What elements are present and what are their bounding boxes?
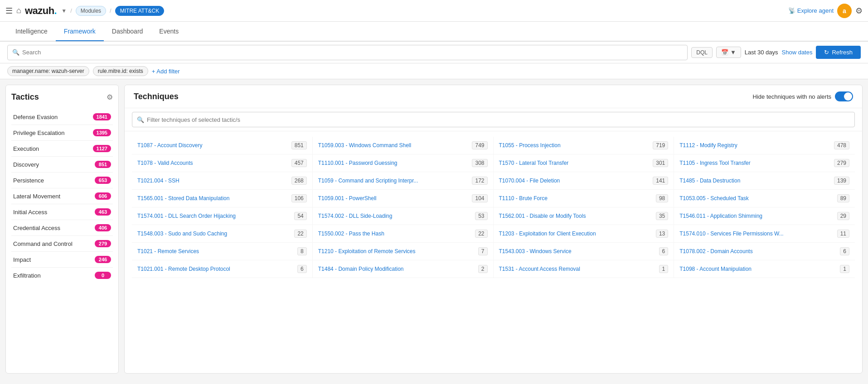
gear-icon[interactable]: ⚙ — [107, 93, 113, 101]
tech-cell-T1087[interactable]: T1087 - Account Discovery 851 — [132, 137, 313, 154]
tech-cell-T1574.010[interactable]: T1574.010 - Services File Permissions W.… — [674, 225, 855, 242]
home-icon[interactable]: ⌂ — [16, 6, 21, 15]
tech-cell-T1098[interactable]: T1098 - Account Manipulation 1 — [674, 260, 855, 278]
menu-icon[interactable]: ☰ — [5, 6, 13, 16]
tech-cell-T1210[interactable]: T1210 - Exploitation of Remote Services … — [313, 243, 494, 260]
sidebar-title: Tactics — [11, 92, 39, 102]
tech-row-6: T1021 - Remote Services 8 T1210 - Exploi… — [132, 243, 855, 260]
chevron-down-icon[interactable]: ▼ — [61, 8, 67, 14]
tech-cell-T1078[interactable]: T1078 - Valid Accounts 457 — [132, 154, 313, 172]
tech-cell-T1070.004[interactable]: T1070.004 - File Deletion 141 — [494, 172, 674, 189]
refresh-button[interactable]: ↻ Refresh — [816, 46, 861, 59]
tech-row-4: T1574.001 - DLL Search Order Hijacking 5… — [132, 207, 855, 225]
tech-cell-T1112[interactable]: T1112 - Modify Registry 478 — [674, 137, 855, 154]
sidebar-item-persistence[interactable]: Persistence 653 — [11, 173, 113, 188]
sidebar-item-privilege-escalation[interactable]: Privilege Escalation 1395 — [11, 125, 113, 141]
sidebar-item-command-and-control[interactable]: Command and Control 279 — [11, 236, 113, 252]
tech-row-2: T1021.004 - SSH 268 T1059 - Command and … — [132, 172, 855, 190]
tech-cell-T1565.001[interactable]: T1565.001 - Stored Data Manipulation 106 — [132, 190, 313, 207]
tech-row-0: T1087 - Account Discovery 851 T1059.003 … — [132, 137, 855, 154]
tactic-list: Defense Evasion 1841 Privilege Escalatio… — [11, 109, 113, 283]
sidebar-item-defense-evasion[interactable]: Defense Evasion 1841 — [11, 109, 113, 125]
tech-cell-T1570[interactable]: T1570 - Lateral Tool Transfer 301 — [494, 154, 674, 172]
tab-dashboard[interactable]: Dashboard — [104, 22, 151, 41]
tech-row-7: T1021.001 - Remote Desktop Protocol 6 T1… — [132, 260, 855, 278]
tech-row-5: T1548.003 - Sudo and Sudo Caching 22 T15… — [132, 225, 855, 243]
tab-framework[interactable]: Framework — [56, 22, 104, 41]
content-panel: Techniques Hide techniques with no alert… — [124, 85, 863, 374]
hide-toggle-area: Hide techniques with no alerts — [753, 91, 853, 101]
tech-cell-T1562.001[interactable]: T1562.001 - Disable or Modify Tools 35 — [494, 207, 674, 225]
tech-cell-T1543.003[interactable]: T1543.003 - Windows Service 6 — [494, 243, 674, 260]
technique-search-input[interactable] — [147, 116, 850, 123]
tech-cell-T1484[interactable]: T1484 - Domain Policy Modification 2 — [313, 260, 494, 278]
sidebar-item-credential-access[interactable]: Credential Access 406 — [11, 220, 113, 236]
hide-toggle-label: Hide techniques with no alerts — [753, 93, 831, 100]
technique-search-wrap[interactable]: 🔍 — [132, 112, 855, 127]
search-bar: 🔍 DQL 📅 ▼ Last 30 days Show dates ↻ Refr… — [0, 42, 868, 63]
search-input[interactable] — [22, 49, 683, 56]
filter-pill-mitre[interactable]: rule.mitre.id: exists — [93, 66, 148, 76]
refresh-icon: ↻ — [824, 49, 829, 56]
dql-button[interactable]: DQL — [691, 47, 713, 58]
breadcrumb-mitre[interactable]: MITRE ATT&CK — [115, 6, 164, 16]
tech-cell-T1021.001[interactable]: T1021.001 - Remote Desktop Protocol 6 — [132, 260, 313, 278]
show-dates-button[interactable]: Show dates — [782, 49, 813, 56]
technique-search-bar: 🔍 — [125, 108, 862, 131]
tech-cell-T1531[interactable]: T1531 - Account Access Removal 1 — [494, 260, 674, 278]
logo: wazuh. — [25, 5, 57, 17]
tech-cell-T1105[interactable]: T1105 - Ingress Tool Transfer 279 — [674, 154, 855, 172]
tech-cell-T1021[interactable]: T1021 - Remote Services 8 — [132, 243, 313, 260]
calendar-chevron: ▼ — [730, 49, 736, 56]
tech-rows-container: T1087 - Account Discovery 851 T1059.003 … — [132, 137, 855, 278]
tab-events[interactable]: Events — [151, 22, 187, 41]
tech-cell-T1059[interactable]: T1059 - Command and Scripting Interpr...… — [313, 172, 494, 189]
filter-bar: manager.name: wazuh-server rule.mitre.id… — [0, 63, 868, 79]
content-header: Techniques Hide techniques with no alert… — [125, 85, 862, 108]
tech-cell-T1550.002[interactable]: T1550.002 - Pass the Hash 22 — [313, 225, 494, 242]
search-icon: 🔍 — [12, 49, 19, 56]
technique-search-icon: 🔍 — [137, 116, 144, 123]
tech-cell-T1574.001[interactable]: T1574.001 - DLL Search Order Hijacking 5… — [132, 207, 313, 225]
tech-cell-T1021.004[interactable]: T1021.004 - SSH 268 — [132, 172, 313, 189]
settings-icon[interactable]: ⚙ — [855, 6, 863, 16]
tech-cell-T1053.005[interactable]: T1053.005 - Scheduled Task 89 — [674, 190, 855, 207]
date-range-label: Last 30 days — [745, 49, 778, 56]
tech-cell-T1574.002[interactable]: T1574.002 - DLL Side-Loading 53 — [313, 207, 494, 225]
tab-intelligence[interactable]: Intelligence — [7, 22, 56, 41]
sidebar-header: Tactics ⚙ — [11, 92, 113, 102]
tech-cell-T1548.003[interactable]: T1548.003 - Sudo and Sudo Caching 22 — [132, 225, 313, 242]
avatar[interactable]: a — [837, 4, 852, 18]
main-layout: Tactics ⚙ Defense Evasion 1841 Privilege… — [0, 79, 868, 379]
sidebar-item-impact[interactable]: Impact 246 — [11, 252, 113, 268]
tech-cell-T1059.003[interactable]: T1059.003 - Windows Command Shell 749 — [313, 137, 494, 154]
tech-cell-T1110[interactable]: T1110 - Brute Force 98 — [494, 190, 674, 207]
tech-row-3: T1565.001 - Stored Data Manipulation 106… — [132, 190, 855, 207]
sidebar-item-initial-access[interactable]: Initial Access 463 — [11, 204, 113, 220]
top-bar: ☰ ⌂ wazuh. ▼ / Modules / MITRE ATT&CK 📡 … — [0, 0, 868, 22]
explore-agent-link[interactable]: 📡 Explore agent — [788, 7, 834, 14]
sidebar-item-discovery[interactable]: Discovery 851 — [11, 157, 113, 173]
sidebar-item-exfiltration[interactable]: Exfiltration 0 — [11, 268, 113, 283]
calendar-button[interactable]: 📅 ▼ — [716, 47, 741, 58]
explore-agent-icon: 📡 — [788, 7, 795, 14]
toggle-thumb — [844, 92, 852, 101]
tech-cell-T1203[interactable]: T1203 - Exploitation for Client Executio… — [494, 225, 674, 242]
techniques-grid: T1087 - Account Discovery 851 T1059.003 … — [125, 131, 862, 373]
tech-cell-T1078.002[interactable]: T1078.002 - Domain Accounts 6 — [674, 243, 855, 260]
add-filter-button[interactable]: + Add filter — [152, 68, 180, 75]
search-input-wrap[interactable]: 🔍 — [7, 45, 688, 60]
hide-toggle-switch[interactable] — [835, 91, 853, 101]
breadcrumb-modules[interactable]: Modules — [76, 6, 106, 16]
tabs-bar: Intelligence Framework Dashboard Events — [0, 22, 868, 42]
sidebar-item-lateral-movement[interactable]: Lateral Movement 606 — [11, 188, 113, 204]
tech-cell-T1055[interactable]: T1055 - Process Injection 719 — [494, 137, 674, 154]
tech-cell-T1485[interactable]: T1485 - Data Destruction 139 — [674, 172, 855, 189]
tech-cell-T1546.011[interactable]: T1546.011 - Application Shimming 29 — [674, 207, 855, 225]
filter-pill-manager[interactable]: manager.name: wazuh-server — [7, 66, 89, 76]
calendar-icon: 📅 — [721, 49, 728, 56]
sidebar: Tactics ⚙ Defense Evasion 1841 Privilege… — [5, 85, 119, 374]
tech-cell-T1110.001[interactable]: T1110.001 - Password Guessing 308 — [313, 154, 494, 172]
tech-cell-T1059.001[interactable]: T1059.001 - PowerShell 104 — [313, 190, 494, 207]
sidebar-item-execution[interactable]: Execution 1127 — [11, 141, 113, 157]
